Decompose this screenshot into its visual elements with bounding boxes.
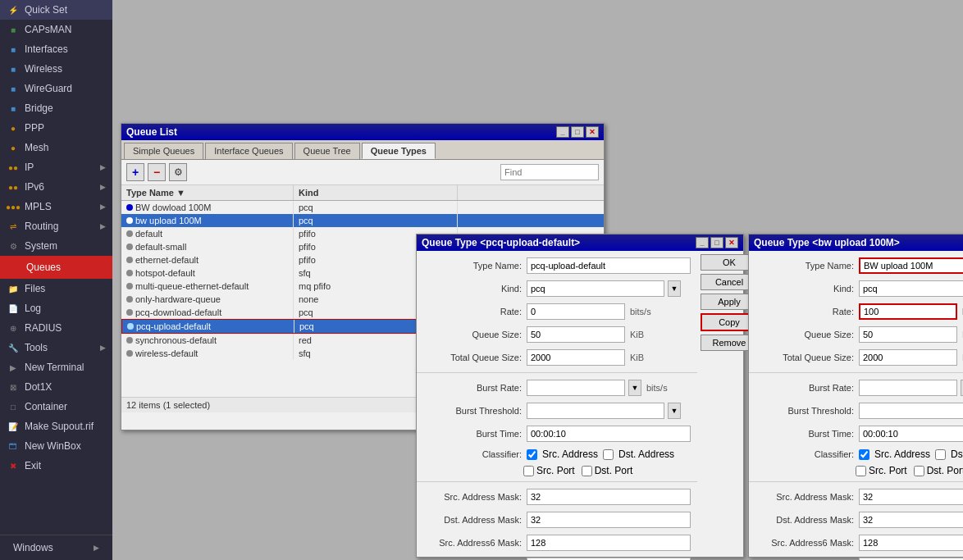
src-port-group: Src. Port [523,465,575,476]
src-address6-mask-row: Src. Address6 Mask: [417,531,697,554]
sidebar-item-container[interactable]: □ Container [0,397,112,417]
src-address6-mask-input[interactable] [527,535,691,551]
row-type-name: BW dowload 100M [121,201,294,214]
add-button[interactable]: + [126,163,144,181]
sidebar-label-radius: RADIUS [25,322,62,334]
tab-queue-types[interactable]: Queue Types [362,143,436,159]
interfaces-icon: ■ [7,43,20,56]
sidebar-item-terminal[interactable]: ▶ New Terminal [0,357,112,377]
sidebar-item-mesh[interactable]: ● Mesh [0,138,112,157]
remove-button[interactable]: − [148,163,166,181]
dst-address-mask-input[interactable] [527,512,691,528]
total-queue-size-input[interactable] [527,349,625,366]
sidebar-item-radius[interactable]: ⊕ RADIUS [0,318,112,338]
sidebar-item-queues[interactable]: ■ Queues [0,256,112,279]
kind-input[interactable] [859,280,963,297]
sidebar-item-newwinbox[interactable]: 🗔 New WinBox [0,436,112,456]
table-row[interactable]: bw upload 100M pcq [121,214,604,227]
close-button[interactable]: ✕ [725,237,738,248]
settings-button[interactable]: ⚙ [169,163,187,181]
burst-rate-dropdown-button[interactable]: ▼ [628,380,641,396]
table-row[interactable]: BW dowload 100M pcq [121,201,604,214]
classifier-dst-address-checkbox[interactable] [935,449,946,460]
rate-input[interactable] [527,303,625,320]
row-type-name: ethernet-default [121,253,294,266]
sidebar-item-ip[interactable]: ●● IP ▶ [0,157,112,177]
maximize-button[interactable]: □ [571,126,584,138]
burst-time-input[interactable] [527,426,691,442]
classifier-src-port-checkbox[interactable] [856,466,866,476]
row-status-dot [126,270,133,276]
sidebar: ⚡ Quick Set ■ CAPsMAN ■ Interfaces ■ Wir… [0,0,112,560]
type-name-input[interactable] [527,257,691,274]
rate-input[interactable] [859,303,957,320]
dst-port-group: Dst. Port [582,465,633,476]
sidebar-item-files[interactable]: 📁 Files [0,279,112,298]
sidebar-item-bridge[interactable]: ■ Bridge [0,98,112,118]
row-type-name: wireless-default [121,347,294,360]
classifier-dst-port-checkbox[interactable] [914,466,924,476]
tab-queue-tree[interactable]: Queue Tree [294,143,360,159]
kind-dropdown-button[interactable]: ▼ [668,280,681,297]
burst-rate-label: Burst Rate: [423,383,522,393]
classifier-row: Classifier: Src. Address Dst. Address [749,445,963,463]
tools-arrow-icon: ▶ [100,344,106,352]
burst-threshold-input[interactable] [859,403,963,419]
queue-size-input[interactable] [527,326,625,343]
queue-size-input[interactable] [859,326,957,343]
table-header: Type Name ▼ Kind [121,185,604,201]
tab-interface-queues[interactable]: Interface Queues [205,143,292,159]
classifier-dst-address-checkbox[interactable] [603,449,614,460]
sidebar-item-ppp[interactable]: ● PPP [0,118,112,138]
classifier-dst-port-checkbox[interactable] [582,466,592,476]
total-queue-size-label: Total Queue Size: [423,353,522,362]
burst-rate-input[interactable] [859,380,957,396]
kind-input[interactable] [527,280,664,297]
find-input[interactable] [500,164,599,180]
divider2 [417,481,697,482]
classifier-src-address-checkbox[interactable] [859,449,869,460]
classifier-src-port-checkbox[interactable] [523,466,534,476]
sidebar-item-exit[interactable]: ✖ Exit [0,456,112,476]
row-type-name: default [121,227,294,240]
row-status-dot [126,283,133,289]
classifier-src-address-checkbox[interactable] [527,449,537,460]
classifier-dst-port-label: Dst. Port [595,465,633,476]
sidebar-item-wireless[interactable]: ■ Wireless [0,59,112,79]
src-address6-mask-input[interactable] [859,535,963,551]
minimize-button[interactable]: _ [556,126,569,138]
kind-label: Kind: [755,284,854,294]
maximize-button[interactable]: □ [710,237,723,248]
type-name-input[interactable] [859,257,963,274]
tab-simple-queues[interactable]: Simple Queues [124,143,203,159]
sidebar-item-capsman[interactable]: ■ CAPsMAN [0,20,112,39]
burst-rate-input[interactable] [527,380,625,396]
total-queue-size-input[interactable] [859,349,957,366]
radius-icon: ⊕ [7,321,20,335]
sidebar-item-log[interactable]: 📄 Log [0,298,112,318]
sidebar-item-wireguard[interactable]: ■ WireGuard [0,79,112,98]
burst-threshold-dropdown-button[interactable]: ▼ [668,403,681,419]
sidebar-item-tools[interactable]: 🔧 Tools ▶ [0,338,112,357]
col-header-type-name: Type Name ▼ [121,185,294,200]
queue-size-unit: KiB [630,330,644,339]
sidebar-item-interfaces[interactable]: ■ Interfaces [0,39,112,59]
sidebar-item-dot1x[interactable]: ⊠ Dot1X [0,377,112,397]
close-button[interactable]: ✕ [586,126,599,138]
burst-threshold-input[interactable] [527,403,664,419]
burst-threshold-input-group: ▼ [527,403,681,419]
minimize-button[interactable]: _ [696,237,709,248]
src-address-mask-input[interactable] [527,489,691,505]
sidebar-item-mpls[interactable]: ●●● MPLS ▶ [0,197,112,216]
dst-address-mask-input[interactable] [859,512,963,528]
classifier-dst-address-label: Dst. Address [618,448,674,460]
total-queue-size-row: Total Queue Size: KiB [749,346,963,369]
src-address-mask-input[interactable] [859,489,963,505]
sidebar-item-routing[interactable]: ⇌ Routing ▶ [0,216,112,236]
sidebar-item-windows[interactable]: Windows ▶ [7,539,106,557]
sidebar-item-ipv6[interactable]: ●● IPv6 ▶ [0,177,112,197]
burst-time-input[interactable] [859,426,963,442]
sidebar-item-quickset[interactable]: ⚡ Quick Set [0,0,112,20]
sidebar-item-system[interactable]: ⚙ System [0,236,112,256]
sidebar-item-supout[interactable]: 📝 Make Supout.rif [0,417,112,436]
